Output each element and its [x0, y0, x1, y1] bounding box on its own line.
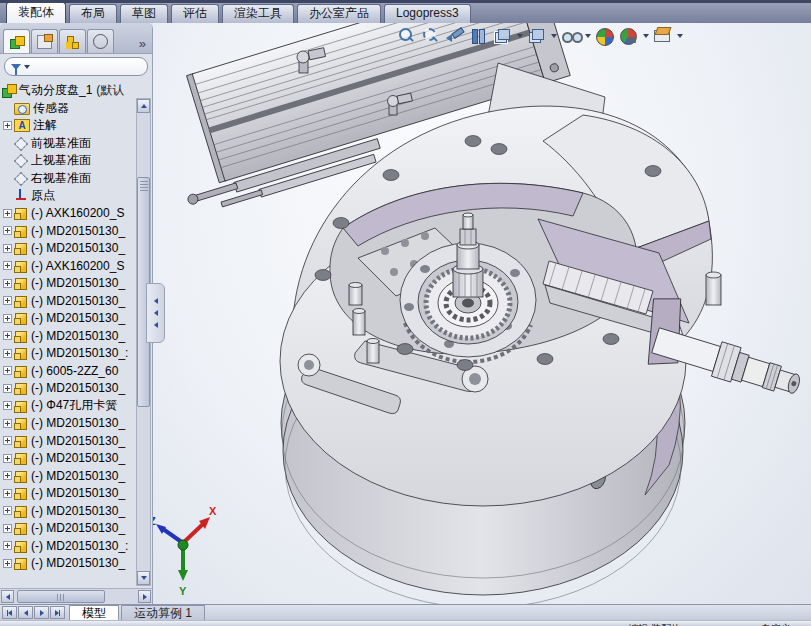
tree-item[interactable]: (-) MD20150130_	[2, 520, 136, 538]
tree-item[interactable]: (-) MD20150130_	[2, 485, 136, 503]
expand-plus-icon[interactable]	[3, 296, 12, 305]
sheet-nav-next-button[interactable]	[34, 606, 49, 619]
tree-item[interactable]: (-) AXK160200_S	[2, 205, 136, 223]
tree-item[interactable]: 传感器	[2, 100, 136, 118]
panel-tab-propertymanager[interactable]	[31, 29, 58, 53]
horizontal-scroll-thumb[interactable]	[17, 590, 105, 603]
previous-view-icon[interactable]	[444, 26, 465, 46]
tree-item[interactable]: (-) MD20150130_	[2, 450, 136, 468]
zoom-to-area-icon[interactable]	[420, 26, 441, 46]
edit-appearance-icon[interactable]	[594, 26, 615, 46]
part-icon	[14, 382, 28, 394]
expand-plus-icon[interactable]	[3, 454, 12, 463]
dropdown-caret-icon[interactable]	[677, 34, 683, 38]
expand-plus-icon[interactable]	[3, 209, 12, 218]
tree-item[interactable]: 原点	[2, 187, 136, 205]
expand-plus-icon[interactable]	[3, 244, 12, 253]
expand-plus-icon[interactable]	[3, 366, 12, 375]
dropdown-caret-icon[interactable]	[585, 34, 591, 38]
expand-plus-icon[interactable]	[3, 121, 12, 130]
triad-y-label: Y	[179, 585, 187, 597]
ribbon-tab-评估[interactable]: 评估	[171, 4, 219, 23]
tree-item[interactable]: (-) AXK160200_S	[2, 257, 136, 275]
filter-caret-icon[interactable]	[24, 65, 30, 69]
expand-plus-icon[interactable]	[3, 226, 12, 235]
panel-tab-featuremanager[interactable]	[3, 29, 30, 53]
graphics-viewport[interactable]: Z X Y	[153, 23, 811, 604]
tree-item[interactable]: (-) 6005-2ZZ_60	[2, 362, 136, 380]
expand-plus-icon[interactable]	[3, 436, 12, 445]
apply-scene-icon[interactable]	[618, 26, 639, 46]
expand-plus-icon[interactable]	[3, 506, 12, 515]
tree-root-item[interactable]: 气动分度盘_1(默认	[2, 82, 136, 100]
expand-plus-icon[interactable]	[3, 524, 12, 533]
sheet-tab-模型[interactable]: 模型	[69, 605, 119, 621]
dropdown-caret-icon[interactable]	[551, 34, 557, 38]
featuremanager-icon	[10, 36, 23, 48]
scroll-up-button[interactable]	[137, 99, 150, 113]
section-view-icon[interactable]	[468, 26, 489, 46]
tree-item[interactable]: (-) MD20150130_	[2, 292, 136, 310]
expand-plus-icon[interactable]	[3, 419, 12, 428]
tree-item[interactable]: (-) MD20150130_	[2, 222, 136, 240]
dropdown-caret-icon[interactable]	[517, 34, 523, 38]
tree-item[interactable]: 右视基准面	[2, 170, 136, 188]
zoom-to-fit-icon[interactable]	[396, 26, 417, 46]
view-settings-icon[interactable]	[652, 26, 673, 46]
tree-item[interactable]: (-) MD20150130_	[2, 310, 136, 328]
scroll-right-button[interactable]	[138, 590, 151, 603]
expand-plus-icon[interactable]	[3, 331, 12, 340]
dropdown-caret-icon[interactable]	[643, 34, 649, 38]
expand-plus-icon[interactable]	[3, 384, 12, 393]
sheet-nav-previous-button[interactable]	[18, 606, 33, 619]
sheet-nav-first-button[interactable]	[2, 606, 17, 619]
tree-item[interactable]: (-) MD20150130_:	[2, 345, 136, 363]
ribbon-tab-办公室产品[interactable]: 办公室产品	[297, 4, 381, 23]
expand-plus-icon[interactable]	[3, 559, 12, 568]
display-style-icon[interactable]	[526, 26, 547, 46]
tree-item[interactable]: (-) MD20150130_	[2, 467, 136, 485]
tree-horizontal-scrollbar[interactable]	[0, 588, 152, 604]
expand-plus-icon[interactable]	[3, 279, 12, 288]
hide-show-items-icon[interactable]	[560, 26, 581, 46]
tree-item[interactable]: (-) Φ47孔用卡簧	[2, 397, 136, 415]
panel-tab-configurationmanager[interactable]	[59, 29, 86, 53]
expand-plus-icon[interactable]	[3, 489, 12, 498]
ribbon-tab-装配体[interactable]: 装配体	[6, 2, 66, 23]
assembly-icon	[2, 84, 16, 97]
tree-item[interactable]: (-) MD20150130_	[2, 432, 136, 450]
ribbon-tab-Logopress3[interactable]: Logopress3	[384, 4, 471, 23]
tree-item[interactable]: (-) MD20150130_	[2, 555, 136, 572]
sheet-nav-last-button[interactable]	[50, 606, 65, 619]
expand-plus-icon[interactable]	[3, 314, 12, 323]
tree-item[interactable]: 注解	[2, 117, 136, 135]
scroll-down-button[interactable]	[137, 571, 150, 585]
tree-item-label: (-) AXK160200_S	[31, 259, 124, 273]
scroll-left-button[interactable]	[1, 590, 14, 603]
ribbon-tab-渲染工具[interactable]: 渲染工具	[222, 4, 294, 23]
tree-item[interactable]: (-) MD20150130_	[2, 502, 136, 520]
view-orientation-icon[interactable]	[492, 26, 513, 46]
expand-plus-icon[interactable]	[3, 349, 12, 358]
tree-item[interactable]: 前视基准面	[2, 135, 136, 153]
ribbon-tab-布局[interactable]: 布局	[69, 4, 117, 23]
tree-item[interactable]: (-) MD20150130_	[2, 275, 136, 293]
tree-item[interactable]: 上视基准面	[2, 152, 136, 170]
tree-item[interactable]: (-) MD20150130_:	[2, 537, 136, 555]
tree-item[interactable]: (-) MD20150130_	[2, 327, 136, 345]
ribbon-tab-草图[interactable]: 草图	[120, 4, 168, 23]
expand-plus-icon[interactable]	[3, 401, 12, 410]
tree-item[interactable]: (-) MD20150130_	[2, 415, 136, 433]
triad-x-label: X	[209, 505, 217, 517]
sheet-tab-运动算例 1[interactable]: 运动算例 1	[121, 605, 205, 621]
expand-plus-icon[interactable]	[3, 471, 12, 480]
panel-collapse-handle[interactable]	[146, 283, 165, 343]
expand-plus-icon[interactable]	[3, 261, 12, 270]
panel-tab-displaymanager[interactable]	[87, 29, 114, 53]
tree-filter-input[interactable]	[4, 57, 148, 76]
tree-item[interactable]: (-) MD20150130_	[2, 380, 136, 398]
panel-tabs-overflow-button[interactable]: »	[139, 36, 150, 53]
tree-item[interactable]: (-) MD20150130_	[2, 240, 136, 258]
assembly-model[interactable]: Z X Y	[153, 23, 811, 604]
expand-plus-icon[interactable]	[3, 541, 12, 550]
